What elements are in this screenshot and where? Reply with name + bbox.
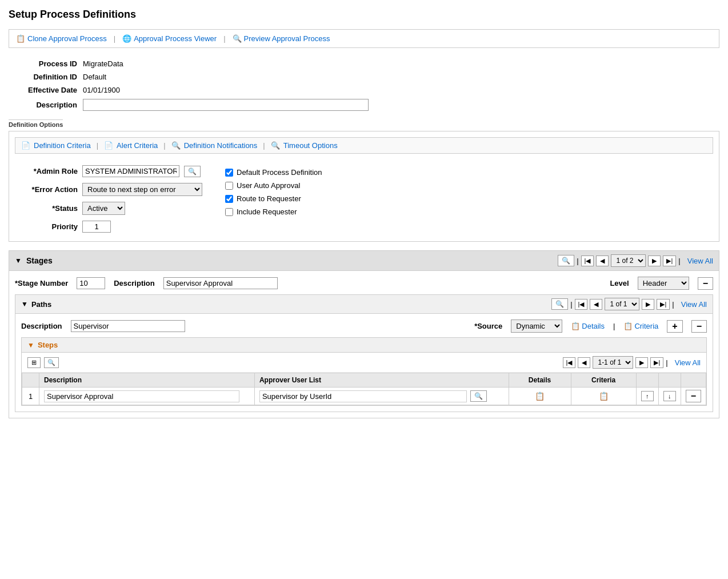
steps-title-label: Steps: [38, 341, 58, 349]
paths-search-button[interactable]: 🔍: [551, 298, 568, 310]
stages-content: *Stage Number Description Level Header L…: [9, 271, 719, 418]
step-details-link[interactable]: 📋: [535, 392, 545, 401]
level-select[interactable]: Header Line: [638, 277, 689, 290]
def-notifications-icon: 🔍: [171, 141, 181, 150]
process-id-value: MigrateData: [83, 59, 123, 68]
paths-collapse-arrow[interactable]: ▼: [21, 300, 28, 308]
steps-next-button[interactable]: ▶: [635, 357, 648, 368]
viewer-icon: 🌐: [122, 34, 131, 43]
default-process-label: Default Process Definition: [237, 168, 322, 177]
include-requester-label: Include Requester: [237, 207, 297, 216]
steps-first-button[interactable]: |◀: [563, 357, 576, 368]
route-to-requester-row: Route to Requester: [225, 194, 322, 203]
stages-header: ▼ Stages 🔍 | |◀ ◀ 1 of 2 2 of 2 ▶ ▶| | V…: [9, 251, 719, 271]
path-criteria-link[interactable]: 📋 Criteria: [623, 322, 658, 330]
steps-last-button[interactable]: ▶|: [650, 357, 663, 368]
stages-prev-button[interactable]: ◀: [596, 255, 609, 266]
paths-first-button[interactable]: |◀: [575, 299, 588, 310]
clone-icon: 📋: [16, 34, 25, 43]
steps-nav-controls: |◀ ◀ 1-1 of 1 ▶ ▶| | View All: [563, 356, 701, 369]
definition-id-row: Definition ID Default: [9, 73, 719, 81]
step-approver-search-button[interactable]: 🔍: [470, 390, 487, 402]
preview-label: Preview Approval Process: [244, 34, 330, 43]
tab-timeout-options[interactable]: Timeout Options: [283, 141, 338, 150]
stages-nav-controls: 🔍 | |◀ ◀ 1 of 2 2 of 2 ▶ ▶| | View All: [558, 254, 713, 267]
effective-date-label: Effective Date: [9, 86, 77, 94]
priority-label: Priority: [21, 222, 78, 231]
admin-role-search-button[interactable]: 🔍: [184, 166, 201, 177]
steps-prev-button[interactable]: ◀: [578, 357, 590, 368]
stage-remove-button[interactable]: −: [698, 277, 713, 290]
step-up-cell: ↑: [636, 388, 658, 405]
steps-table: Description Approver User List Details C…: [22, 373, 706, 405]
options-form: *Admin Role 🔍 *Error Action Route to nex…: [15, 162, 713, 235]
error-action-row: *Error Action Route to next step on erro…: [21, 183, 202, 196]
stages-page-select[interactable]: 1 of 2 2 of 2: [611, 254, 646, 267]
steps-view-all-link[interactable]: View All: [675, 358, 701, 367]
paths-section: ▼ Paths 🔍 | |◀ ◀ 1 of 1 ▶ ▶| | View All: [15, 294, 713, 412]
steps-grid-button[interactable]: ⊞: [27, 357, 41, 368]
step-description-input[interactable]: [44, 390, 239, 402]
tab-definition-criteria[interactable]: Definition Criteria: [34, 141, 91, 150]
stages-search-button[interactable]: 🔍: [558, 255, 574, 266]
paths-page-select[interactable]: 1 of 1: [605, 298, 639, 310]
priority-input[interactable]: [82, 221, 111, 233]
steps-search-button[interactable]: 🔍: [44, 357, 59, 368]
step-remove-button[interactable]: −: [686, 390, 701, 402]
path-description-input[interactable]: [71, 320, 185, 332]
path-details-link[interactable]: 📋 Details: [571, 322, 605, 330]
tab-definition-criteria-label: Definition Criteria: [34, 141, 91, 150]
user-auto-approval-checkbox[interactable]: [225, 182, 233, 190]
steps-collapse-arrow[interactable]: ▼: [27, 341, 34, 349]
path-add-button[interactable]: +: [667, 320, 682, 333]
paths-last-button[interactable]: ▶|: [657, 299, 670, 310]
paths-prev-button[interactable]: ◀: [590, 299, 602, 310]
include-requester-checkbox[interactable]: [225, 208, 233, 216]
path-remove-button[interactable]: −: [691, 320, 707, 333]
tab-definition-notifications[interactable]: Definition Notifications: [184, 141, 258, 150]
preview-icon: 🔍: [233, 34, 242, 43]
definition-id-label: Definition ID: [9, 73, 77, 81]
preview-approval-link[interactable]: 🔍 Preview Approval Process: [233, 34, 330, 43]
description-input[interactable]: [83, 99, 369, 111]
error-action-label: *Error Action: [21, 185, 78, 194]
paths-header: ▼ Paths 🔍 | |◀ ◀ 1 of 1 ▶ ▶| | View All: [15, 295, 713, 314]
alert-criteria-icon: 📄: [104, 141, 113, 150]
status-select[interactable]: Active Inactive: [82, 202, 125, 215]
default-process-row: Default Process Definition: [225, 168, 322, 177]
description-label: Description: [9, 101, 77, 109]
effective-date-value: 01/01/1900: [83, 86, 120, 94]
status-label: *Status: [21, 204, 78, 213]
route-to-requester-label: Route to Requester: [237, 194, 301, 203]
stages-first-button[interactable]: |◀: [581, 255, 594, 266]
stage-number-input[interactable]: [77, 277, 105, 289]
stages-last-button[interactable]: ▶|: [663, 255, 676, 266]
stage-description-input[interactable]: [163, 277, 278, 289]
stages-next-button[interactable]: ▶: [648, 255, 661, 266]
step-down-button[interactable]: ↓: [663, 391, 676, 401]
step-description-cell: [39, 388, 255, 405]
path-criteria-icon: 📋: [623, 322, 633, 330]
step-up-button[interactable]: ↑: [641, 391, 654, 401]
step-approver-input[interactable]: [259, 390, 467, 402]
steps-col-actions2: [658, 373, 681, 388]
stages-collapse-arrow[interactable]: ▼: [15, 257, 22, 265]
tab-alert-criteria[interactable]: Alert Criteria: [117, 141, 158, 150]
clone-approval-link[interactable]: 📋 Clone Approval Process: [16, 34, 107, 43]
paths-view-all-link[interactable]: View All: [681, 300, 707, 309]
steps-page-select[interactable]: 1-1 of 1: [593, 356, 633, 369]
definition-options-label: Definition Options: [9, 119, 63, 128]
approval-viewer-link[interactable]: 🌐 Approval Process Viewer: [122, 34, 217, 43]
stages-view-all-link[interactable]: View All: [687, 257, 713, 265]
include-requester-row: Include Requester: [225, 207, 322, 216]
error-action-select[interactable]: Route to next step on error Stop process…: [82, 183, 202, 196]
default-process-checkbox[interactable]: [225, 169, 233, 177]
step-criteria-link[interactable]: 📋: [599, 392, 609, 401]
paths-title: ▼ Paths: [21, 300, 51, 309]
steps-col-actions1: [636, 373, 658, 388]
route-to-requester-checkbox[interactable]: [225, 195, 233, 203]
admin-role-input[interactable]: [82, 165, 179, 177]
paths-next-button[interactable]: ▶: [642, 299, 654, 310]
source-select[interactable]: Dynamic Static: [511, 320, 562, 333]
path-row: Description *Source Dynamic Static 📋 Det…: [21, 320, 707, 333]
